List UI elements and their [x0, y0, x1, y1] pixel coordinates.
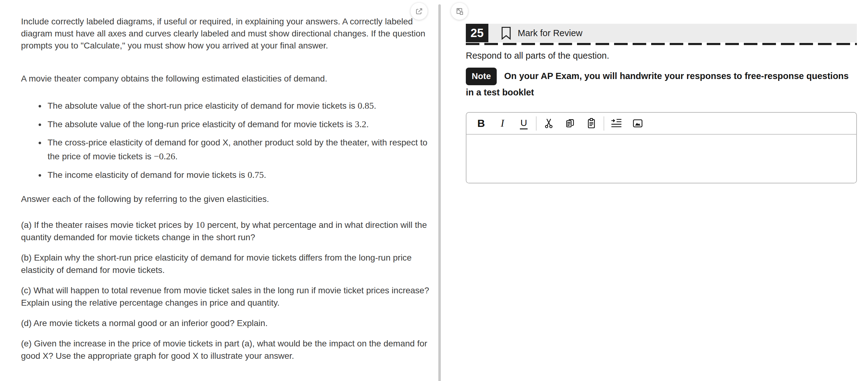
elasticity-list: The absolute value of the short-run pric…	[21, 99, 429, 182]
collapse-question-button[interactable]	[451, 3, 468, 20]
bookmark-icon	[501, 27, 511, 40]
expand-passage-button[interactable]	[410, 3, 428, 20]
italic-icon: I	[501, 118, 504, 129]
toolbar-separator	[603, 117, 604, 131]
indent-icon	[611, 118, 622, 129]
paste-icon	[586, 118, 597, 129]
math-value: 3.2	[355, 119, 367, 129]
part-b-text: (b) Explain why the short-run price elas…	[21, 252, 429, 276]
cut-button[interactable]	[538, 115, 559, 132]
response-textbox[interactable]	[466, 135, 856, 183]
expand-icon	[414, 7, 424, 16]
part-e-text: (e) Given the increase in the price of m…	[21, 338, 429, 362]
note-row: Note On your AP Exam, you will handwrite…	[466, 68, 857, 100]
passage-panel: Include correctly labeled diagrams, if u…	[21, 15, 429, 362]
list-item: The cross-price elasticity of demand for…	[46, 136, 429, 163]
dashed-separator	[466, 43, 857, 45]
bullet-text: The absolute value of the short-run pric…	[48, 101, 358, 110]
underline-button[interactable]: U	[513, 115, 534, 132]
math-value: 0.85	[358, 100, 374, 110]
bold-icon: B	[477, 117, 485, 129]
bullet-text: The cross-price elasticity of demand for…	[48, 138, 428, 161]
panel-divider	[438, 4, 441, 381]
bullet-text: .	[175, 152, 178, 161]
image-icon	[632, 118, 644, 129]
list-item: The absolute value of the long-run price…	[46, 117, 429, 131]
math-value: −0.26	[154, 151, 175, 161]
collapse-icon	[455, 7, 464, 16]
math-value: 10	[195, 220, 205, 230]
part-text: (a) If the theater raises movie ticket p…	[21, 220, 195, 230]
underline-icon: U	[520, 118, 528, 129]
toolbar-separator	[536, 117, 536, 131]
mark-for-review-button[interactable]: Mark for Review	[488, 24, 857, 42]
respond-prompt: Respond to all parts of the question.	[466, 51, 857, 61]
part-d-text: (d) Are movie tickets a normal good or a…	[21, 317, 429, 329]
part-c-text: (c) What will happen to total revenue fr…	[21, 284, 429, 309]
question-number: 25	[466, 24, 488, 42]
part-a-text: (a) If the theater raises movie ticket p…	[21, 219, 429, 244]
list-item: The absolute value of the short-run pric…	[46, 99, 429, 113]
bold-button[interactable]: B	[470, 115, 492, 132]
bullet-text: .	[374, 101, 376, 110]
instructions-text: Include correctly labeled diagrams, if u…	[21, 15, 429, 52]
note-text: On your AP Exam, you will handwrite your…	[466, 71, 848, 97]
response-editor: B I U	[466, 112, 857, 183]
list-item: The income elasticity of demand for movi…	[46, 168, 429, 182]
bullet-text: The income elasticity of demand for movi…	[48, 170, 247, 180]
bullet-text: .	[264, 170, 266, 180]
note-badge: Note	[466, 68, 497, 85]
answer-prompt: Answer each of the following by referrin…	[21, 193, 429, 205]
scissors-icon	[543, 118, 555, 129]
question-panel: 25 Mark for Review Respond to all parts …	[466, 0, 857, 183]
bullet-text: The absolute value of the long-run price…	[48, 120, 355, 129]
question-header: 25 Mark for Review	[466, 24, 857, 42]
insert-image-button[interactable]	[627, 115, 648, 132]
scenario-text: A movie theater company obtains the foll…	[21, 72, 429, 85]
italic-button[interactable]: I	[492, 115, 513, 132]
mark-for-review-label: Mark for Review	[518, 28, 583, 38]
bullet-text: .	[366, 120, 369, 129]
editor-toolbar: B I U	[466, 113, 856, 135]
copy-icon	[564, 118, 576, 129]
math-value: 0.75	[247, 169, 264, 180]
indent-button[interactable]	[606, 115, 627, 132]
paste-button[interactable]	[581, 115, 602, 132]
copy-button[interactable]	[559, 115, 581, 132]
